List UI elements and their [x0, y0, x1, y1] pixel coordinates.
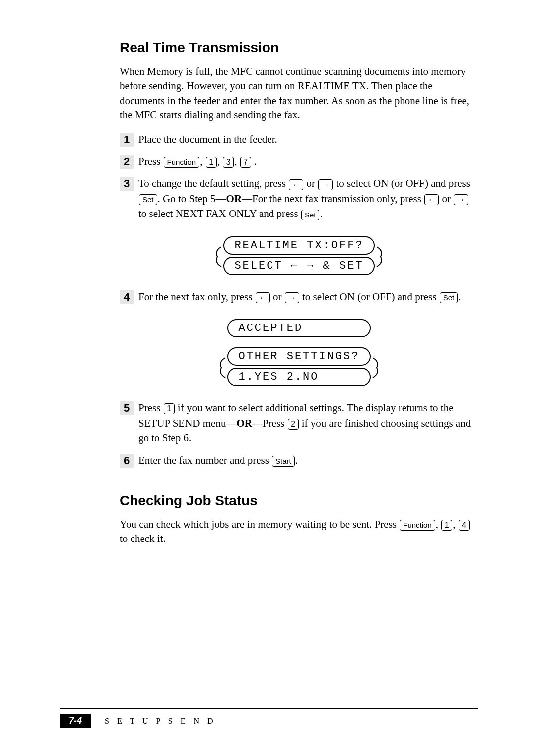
- key-7: 7: [240, 157, 251, 168]
- t: —For the next fax transmission only, pre…: [242, 193, 424, 205]
- sep: ,: [234, 155, 240, 167]
- key-2: 2: [288, 419, 299, 430]
- lcd-stack-2: OTHER SETTINGS? 1.YES 2.NO: [227, 347, 370, 388]
- step-1: 1 Place the document in the feeder.: [120, 132, 478, 147]
- footer-rule: [60, 708, 478, 709]
- step-1-text: Place the document in the feeder.: [138, 132, 478, 147]
- lcd-yes-no: 1.YES 2.NO: [227, 368, 370, 386]
- or-text: OR: [236, 417, 252, 429]
- step-2-text: Press Function, 1, 3, 7 .: [138, 154, 478, 169]
- swish-left-icon: [211, 245, 223, 269]
- lcd-other-settings: OTHER SETTINGS?: [227, 347, 370, 366]
- key-1: 1: [441, 520, 452, 531]
- step-2b: .: [252, 155, 257, 167]
- t: Enter the fax number and press: [138, 454, 271, 466]
- step-num-6: 6: [120, 454, 134, 468]
- page-number: 7-4: [60, 714, 91, 728]
- t: ,: [436, 518, 441, 530]
- t: or: [304, 177, 318, 189]
- key-3: 3: [223, 157, 234, 168]
- t: ,: [453, 518, 458, 530]
- t: . Go to Step 5—: [158, 193, 226, 205]
- sep: ,: [217, 155, 223, 167]
- t: .: [320, 208, 322, 219]
- step-num-2: 2: [120, 155, 134, 169]
- lcd-stack: REALTIME TX:OFF? SELECT ← → & SET: [223, 236, 374, 277]
- step-num-3: 3: [120, 177, 134, 191]
- key-right-arrow: →: [285, 292, 299, 303]
- t: to select NEXT FAX ONLY and press: [138, 208, 301, 219]
- section-rule: [120, 511, 478, 511]
- swish-right-icon: [375, 245, 387, 269]
- lcd-line-1: REALTIME TX:OFF?: [223, 236, 374, 255]
- steps-list: 1 Place the document in the feeder. 2 Pr…: [120, 132, 478, 221]
- key-left-arrow: ←: [256, 292, 270, 303]
- or-text: OR: [226, 193, 242, 205]
- t: to check it.: [120, 533, 166, 544]
- steps-list-cont2: 5 Press 1 if you want to select addition…: [120, 400, 478, 468]
- step-2: 2 Press Function, 1, 3, 7 .: [120, 154, 478, 169]
- key-1: 1: [206, 157, 217, 168]
- section-rule: [120, 58, 478, 58]
- step-3-text: To change the default setting, press ← o…: [138, 176, 478, 221]
- key-function: Function: [164, 157, 200, 168]
- key-start: Start: [272, 456, 295, 467]
- t: .: [458, 291, 461, 303]
- key-right-arrow: →: [454, 194, 468, 205]
- step-5-text: Press 1 if you want to select additional…: [138, 400, 478, 445]
- key-set: Set: [301, 210, 320, 220]
- footer-chapter: S E T U P S E N D: [105, 717, 216, 726]
- step-num-4: 4: [120, 290, 134, 304]
- lcd-group: ACCEPTED OTHER SETTINGS? 1.YES 2.NO: [227, 319, 370, 388]
- key-left-arrow: ←: [289, 179, 303, 190]
- t: You can check which jobs are in memory w…: [120, 518, 399, 530]
- t: —Press: [252, 417, 287, 429]
- steps-list-cont: 4 For the next fax only, press ← or → to…: [120, 289, 478, 304]
- page-content: Real Time Transmission When Memory is fu…: [0, 0, 538, 575]
- section-title-realtime: Real Time Transmission: [120, 40, 478, 56]
- step-6-text: Enter the fax number and press Start.: [138, 453, 478, 468]
- lcd-accepted: ACCEPTED: [227, 319, 370, 337]
- t: or: [270, 291, 284, 303]
- lcd-line-2: SELECT ← → & SET: [223, 257, 374, 275]
- swish-left-icon: [215, 356, 227, 380]
- t: to select ON (or OFF) and press: [333, 177, 470, 189]
- key-set: Set: [440, 292, 458, 303]
- t: .: [295, 454, 298, 466]
- key-right-arrow: →: [318, 179, 333, 190]
- step-4-text: For the next fax only, press ← or → to s…: [138, 289, 478, 304]
- step-3: 3 To change the default setting, press ←…: [120, 176, 478, 221]
- lcd-display-1: REALTIME TX:OFF? SELECT ← → & SET: [120, 236, 478, 277]
- swish-right-icon: [371, 356, 383, 380]
- footer-row: 7-4 S E T U P S E N D: [60, 714, 478, 728]
- key-left-arrow: ←: [424, 194, 439, 205]
- step-num-5: 5: [120, 401, 134, 415]
- t: or: [439, 193, 453, 205]
- sep: ,: [200, 155, 205, 167]
- key-1: 1: [164, 403, 175, 414]
- key-function: Function: [400, 520, 435, 531]
- t: Press: [138, 402, 163, 414]
- key-set: Set: [139, 194, 157, 205]
- t: To change the default setting, press: [138, 177, 288, 189]
- lcd-display-2: ACCEPTED OTHER SETTINGS? 1.YES 2.NO: [120, 319, 478, 388]
- page-footer: 7-4 S E T U P S E N D: [0, 708, 538, 728]
- jobstatus-text: You can check which jobs are in memory w…: [120, 517, 478, 546]
- intro-text: When Memory is full, the MFC cannot cont…: [120, 64, 478, 123]
- step-6: 6 Enter the fax number and press Start.: [120, 453, 478, 468]
- section-title-jobstatus: Checking Job Status: [120, 493, 478, 509]
- key-4: 4: [459, 520, 470, 531]
- t: to select ON (or OFF) and press: [300, 291, 439, 303]
- t: For the next fax only, press: [138, 291, 255, 303]
- step-4: 4 For the next fax only, press ← or → to…: [120, 289, 478, 304]
- step-5: 5 Press 1 if you want to select addition…: [120, 400, 478, 445]
- step-num-1: 1: [120, 133, 134, 147]
- section-checking-job-status: Checking Job Status You can check which …: [120, 493, 478, 546]
- step-2a: Press: [138, 155, 163, 167]
